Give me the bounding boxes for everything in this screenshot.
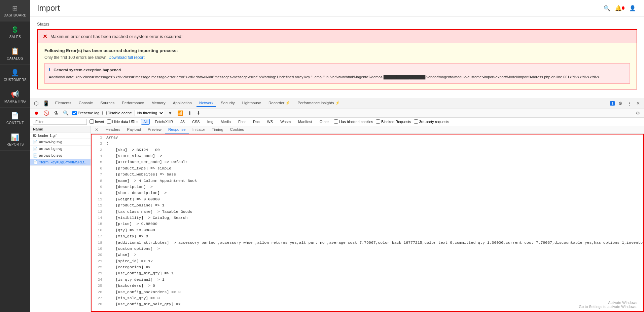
sidebar: ⊞ DASHBOARD 💲 SALES 📋 CATALOG 👤 CUSTOMER…: [0, 0, 30, 312]
sidebar-item-catalog[interactable]: 📋 CATALOG: [0, 43, 30, 65]
line-number: 15: [93, 221, 102, 227]
page-title: Import: [37, 3, 60, 13]
search-btn[interactable]: 🔍: [62, 110, 70, 116]
filter-type-other[interactable]: Other: [317, 119, 331, 125]
filter-type-wasm[interactable]: Wasm: [278, 119, 293, 125]
tab-lighthouse[interactable]: Lighthouse: [240, 100, 264, 107]
tab-network[interactable]: Network: [196, 100, 216, 107]
third-party-checkbox[interactable]: 3rd-party requests: [414, 119, 449, 124]
line-content: [name] => 4 Column Appointment Book: [106, 178, 197, 184]
filter-type-manifest[interactable]: Manifest: [296, 119, 315, 125]
code-line: 27 [min_sale_qty] => 0: [92, 295, 643, 301]
line-number: 19: [93, 246, 102, 252]
line-content: [use_config_backorders] => 0: [106, 289, 181, 295]
line-number: 6: [93, 165, 102, 171]
notification-button[interactable]: 🔔: [615, 3, 624, 13]
file-item[interactable]: 📄arrows-bg.svg: [30, 152, 91, 159]
file-item[interactable]: 🖼loader-1.gif: [30, 132, 91, 139]
line-content: [custom_options] =>: [106, 246, 160, 252]
filter-type-js[interactable]: JS: [178, 119, 187, 125]
line-number: 10: [93, 190, 102, 196]
line-content: [product_online] => 1: [106, 202, 165, 208]
code-area[interactable]: 1Array2(3 [sku] => BK124 004 [store_view…: [91, 134, 644, 312]
filter-type-all[interactable]: All: [141, 119, 150, 125]
devtools-badge-btn[interactable]: 1: [610, 101, 615, 106]
tab-security[interactable]: Security: [218, 100, 238, 107]
file-item[interactable]: 📄arrows-bg.svg: [30, 146, 91, 152]
file-list: Name 🖼loader-1.gif 📄arrows-bg.svg 📄arrow…: [30, 126, 91, 312]
upload-btn[interactable]: ⬆: [187, 110, 193, 116]
download-report-link[interactable]: Download full report: [109, 55, 145, 60]
filter-type-media[interactable]: Media: [218, 119, 233, 125]
main-content: Import 🔍 🔔 👤 Status ✕ Maximum error coun…: [30, 0, 644, 312]
devtools-more-btn[interactable]: ⋮: [626, 100, 633, 107]
blocked-requests-checkbox[interactable]: Blocked Requests: [376, 119, 411, 124]
line-content: [attribute_set_code] => Default: [106, 159, 188, 165]
search-button[interactable]: 🔍: [602, 3, 612, 13]
line-number: 8: [93, 178, 102, 184]
response-close-btn[interactable]: ✕: [94, 127, 100, 132]
sidebar-item-content[interactable]: 📄 CONTENT: [0, 108, 30, 129]
code-line: 25 [backorders] => 0: [92, 283, 643, 289]
tab-performance[interactable]: Performance: [119, 100, 147, 107]
preserve-log-checkbox[interactable]: Preserve log: [72, 111, 100, 115]
filter-type-ws[interactable]: WS: [265, 119, 276, 125]
sidebar-item-customers[interactable]: 👤 CUSTOMERS: [0, 65, 30, 86]
tab-performance-insights[interactable]: Performance insights ⚡: [295, 99, 342, 107]
devtools-device-btn[interactable]: 📱: [42, 100, 50, 107]
devtools-panel: ⬡ 📱 Elements Console Sources Performance…: [30, 98, 644, 312]
code-line: 8 [name] => 4 Column Appointment Book: [92, 178, 643, 184]
file-item-selected[interactable]: 📄?form_key=DgBYy0tM5RLfhH...: [30, 159, 91, 166]
resp-tab-timing[interactable]: Timing: [208, 126, 226, 133]
invert-checkbox[interactable]: Invert: [90, 119, 104, 124]
filter-type-css[interactable]: CSS: [190, 119, 202, 125]
clear-btn[interactable]: 🚫: [42, 110, 50, 116]
devtools-inspect-btn[interactable]: ⬡: [33, 100, 40, 107]
sidebar-item-label: REPORTS: [6, 143, 24, 146]
error-body: Following Error(s) has been occurred dur…: [38, 43, 637, 89]
wifi-btn[interactable]: 📶: [176, 110, 184, 116]
tab-recorder[interactable]: Recorder ⚡: [266, 99, 293, 107]
resp-tab-response[interactable]: Response: [165, 126, 189, 133]
sidebar-item-reports[interactable]: 📊 REPORTS: [0, 129, 30, 151]
has-blocked-cookies-checkbox[interactable]: Has blocked cookies: [334, 119, 373, 124]
resp-tab-payload[interactable]: Payload: [123, 126, 144, 133]
tab-application[interactable]: Application: [170, 100, 194, 107]
line-content: [short_description] =>: [106, 190, 167, 196]
line-content: [backorders] => 0: [106, 283, 155, 289]
sales-icon: 💲: [11, 26, 20, 34]
resp-tab-cookies[interactable]: Cookies: [227, 126, 248, 133]
filter-input[interactable]: [33, 119, 87, 125]
file-item[interactable]: 📄arrows-bg.svg: [30, 139, 91, 146]
line-content: [qty] => 10.00000: [106, 227, 155, 233]
status-label: Status: [37, 22, 637, 27]
file-icon: 📄: [33, 147, 38, 151]
resp-tab-initiator[interactable]: Initiator: [189, 126, 209, 133]
filter-btn[interactable]: ⚗: [53, 110, 59, 116]
resp-tab-headers[interactable]: Headers: [102, 126, 123, 133]
tab-sources[interactable]: Sources: [98, 100, 117, 107]
tab-console[interactable]: Console: [76, 100, 96, 107]
user-button[interactable]: 👤: [628, 3, 637, 13]
sidebar-item-dashboard[interactable]: ⊞ DASHBOARD: [0, 0, 30, 22]
sidebar-item-marketing[interactable]: 📢 MARKETING: [0, 86, 30, 108]
resp-tab-preview[interactable]: Preview: [144, 126, 165, 133]
filter-type-font[interactable]: Font: [236, 119, 248, 125]
line-number: 17: [93, 233, 102, 239]
download-btn[interactable]: ⬇: [195, 110, 202, 116]
tab-memory[interactable]: Memory: [149, 100, 168, 107]
throttle-down-btn[interactable]: ▼: [167, 110, 174, 116]
devtools-settings-btn[interactable]: ⚙: [617, 100, 624, 107]
devtools-close-btn[interactable]: ✕: [635, 100, 641, 107]
filter-type-img[interactable]: Img: [205, 119, 216, 125]
sidebar-item-sales[interactable]: 💲 SALES: [0, 22, 30, 43]
record-btn[interactable]: ⏺: [33, 110, 40, 116]
throttle-select[interactable]: No throttling Fast 3G Slow 3G: [135, 110, 164, 116]
hide-data-urls-checkbox[interactable]: Hide data URLs: [107, 119, 139, 124]
tab-elements[interactable]: Elements: [52, 100, 74, 107]
settings-gear-btn[interactable]: ⚙: [635, 110, 641, 116]
line-content: [use_config_min_sale_qty] =>: [106, 301, 181, 307]
filter-type-doc[interactable]: Doc: [251, 119, 262, 125]
disable-cache-checkbox[interactable]: Disable cache: [102, 111, 132, 115]
filter-type-fetch[interactable]: Fetch/XHR: [152, 119, 175, 125]
